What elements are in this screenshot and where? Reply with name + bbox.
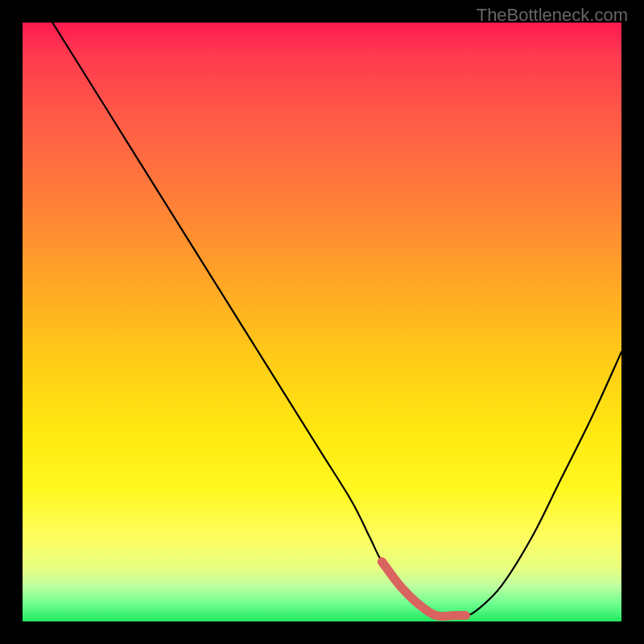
bottleneck-line-chart	[23, 23, 621, 621]
bottleneck-curve-path	[52, 23, 621, 617]
highlight-segment-path	[382, 562, 465, 617]
curve-group	[52, 23, 621, 617]
watermark-text: TheBottleneck.com	[477, 5, 628, 26]
